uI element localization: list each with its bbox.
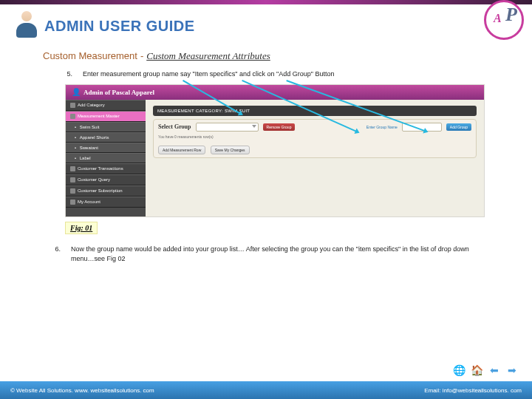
sidebar-subitem: • Apparel Shorts: [66, 132, 146, 143]
figure-1: Admin of Pascal Apparel Add Category Mea…: [65, 84, 485, 234]
sidebar-item: My Account: [66, 197, 146, 208]
sidebar-subitem: • Label: [66, 153, 146, 163]
breadcrumb-sep: -: [140, 50, 143, 61]
sidebar-subitem: • Swim Suit: [66, 122, 146, 132]
add-group-button[interactable]: Add Group: [446, 123, 471, 131]
step-text: Enter measurement group name say "Item s…: [83, 69, 488, 80]
enter-name-hint: Enter Group Name: [366, 125, 398, 129]
step-5: 5. Enter measurement group name say "Ite…: [59, 69, 488, 80]
figure-caption: Fig: 01: [65, 222, 98, 234]
screenshot-titlebar: Admin of Pascal Apparel: [66, 85, 484, 100]
page-title: ADMIN USER GUIDE: [44, 18, 195, 35]
sidebar-subitem: • Sweatant: [66, 143, 146, 153]
master-icon: [70, 114, 75, 119]
sidebar-item: Customer Query: [66, 174, 146, 185]
avatar-icon: [13, 11, 40, 41]
row-count-text: You have 0 measurements row(s): [158, 134, 471, 139]
slide-nav: 🌐 🏠 ⬅ ➡: [452, 364, 519, 377]
sidebar-item: Customer Subscription: [66, 185, 146, 197]
select-group-panel: Select Group Remove Group Enter Group Na…: [153, 119, 477, 158]
breadcrumb-sub: Custom Measurement Attributes: [146, 50, 270, 62]
prev-icon[interactable]: ⬅: [488, 364, 501, 377]
group-dropdown[interactable]: [196, 123, 259, 132]
sidebar-item-active: Measurement Master: [66, 111, 146, 122]
screenshot-main: MEASUREMENT CATEGORY: SWIM SUIT Select G…: [146, 100, 484, 216]
footer-copyright: © Website All Solutions. www. websiteall…: [10, 387, 154, 394]
select-group-label: Select Group: [158, 123, 191, 130]
save-changes-button[interactable]: Save My Changes: [211, 146, 250, 154]
category-header: MEASUREMENT CATEGORY: SWIM SUIT: [153, 106, 477, 116]
add-icon: [70, 103, 75, 108]
remove-group-button[interactable]: Remove Group: [263, 123, 296, 131]
globe-icon[interactable]: 🌐: [452, 364, 466, 377]
home-icon[interactable]: 🏠: [470, 364, 483, 377]
breadcrumb-main: Custom Measurement: [43, 50, 137, 61]
chat-icon: [70, 177, 75, 183]
step-6: 6. Now the group name would be added int…: [47, 245, 488, 265]
breadcrumb: Custom Measurement - Custom Measurement …: [43, 50, 532, 62]
header: ADMIN USER GUIDE PA: [0, 4, 532, 47]
step-text: Now the group name would be added into y…: [71, 245, 488, 265]
next-icon[interactable]: ➡: [505, 364, 519, 377]
step-number: 5.: [59, 69, 72, 80]
footer: © Website All Solutions. www. websiteall…: [0, 381, 532, 399]
sidebar-item: Add Category: [66, 100, 146, 111]
sidebar-item: Customer Transactions: [66, 163, 146, 174]
screenshot-admin-panel: Admin of Pascal Apparel Add Category Mea…: [65, 84, 485, 217]
mail-icon: [70, 188, 75, 194]
step-number: 6.: [47, 245, 61, 265]
screenshot-sidebar: Add Category Measurement Master • Swim S…: [66, 100, 146, 216]
brand-logo: PA: [483, 0, 525, 52]
add-row-button[interactable]: Add Measurement Row: [158, 146, 205, 154]
footer-email: Email: info@websiteallsolutions. com: [424, 387, 522, 394]
card-icon: [70, 166, 75, 171]
user-icon: [70, 200, 75, 205]
